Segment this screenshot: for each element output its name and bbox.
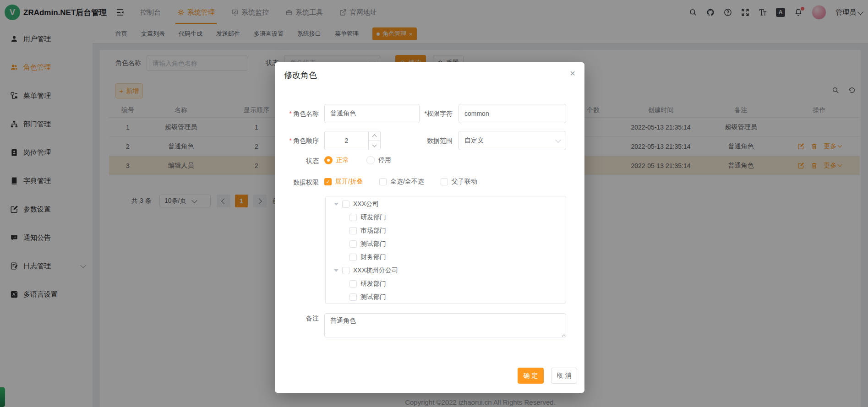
status-off-label: 停用 <box>378 156 391 164</box>
status-label: 状态 <box>279 156 319 165</box>
radio-on-icon[interactable] <box>324 156 333 164</box>
checkbox-icon[interactable] <box>349 214 357 221</box>
tree-node-label: 研发部门 <box>360 280 386 288</box>
edit-role-dialog: 修改角色 × *角色名称 *权限字符 *角色顺序 2 数据范围 自定义 状态 正… <box>275 62 584 393</box>
tree-node-dept[interactable]: 研发部门 <box>326 277 566 290</box>
tree-node-dept[interactable]: 测试部门 <box>326 237 566 250</box>
tree-node-label: 财务部门 <box>360 253 386 261</box>
caret-down-icon[interactable] <box>334 269 338 272</box>
tree-node-dept[interactable]: 市场部门 <box>326 224 566 237</box>
checkbox-icon[interactable] <box>441 178 448 185</box>
radio-off-icon[interactable] <box>366 156 375 164</box>
tree-node-label: 测试部门 <box>360 240 386 248</box>
role-name-label: *角色名称 <box>279 104 319 123</box>
dialog-title: 修改角色 <box>284 70 317 81</box>
tree-node-dept[interactable]: 研发部门 <box>326 211 566 224</box>
tree-node-dept[interactable]: 财务部门 <box>326 250 566 264</box>
data-scope-label: 数据范围 <box>417 131 453 150</box>
remark-label: 备注 <box>279 309 319 328</box>
role-name-input[interactable] <box>324 104 420 123</box>
caret-down-icon[interactable] <box>334 203 338 206</box>
checkbox-icon[interactable] <box>342 201 349 208</box>
checkbox-checked-icon[interactable]: ✓ <box>324 178 332 185</box>
expand-collapse-label: 展开/折叠 <box>335 178 363 186</box>
checkbox-icon[interactable] <box>342 267 349 274</box>
checkbox-icon[interactable] <box>349 254 357 261</box>
close-icon[interactable]: × <box>570 69 575 78</box>
role-order-label: *角色顺序 <box>279 131 319 150</box>
dept-tree: XXX公司 研发部门 市场部门 测试部门 财务部门 XXX杭州分公司 研发部门 <box>325 196 566 304</box>
perm-char-label: *权限字符 <box>417 104 453 123</box>
stepper-up-button[interactable] <box>369 131 380 141</box>
tree-node-branch-company[interactable]: XXX杭州分公司 <box>326 264 566 277</box>
data-scope-value: 自定义 <box>464 136 484 145</box>
checkbox-icon[interactable] <box>349 227 357 234</box>
status-on-label: 正常 <box>336 156 349 164</box>
tree-node-dept[interactable]: 测试部门 <box>326 290 566 304</box>
checkbox-icon[interactable] <box>349 240 357 248</box>
confirm-button[interactable]: 确定 <box>518 368 544 384</box>
tree-node-label: 研发部门 <box>360 213 386 222</box>
chevron-down-icon <box>555 137 561 143</box>
tree-node-company[interactable]: XXX公司 <box>326 197 566 211</box>
check-all-label: 全选/全不选 <box>390 178 424 186</box>
remark-textarea[interactable]: 普通角色 <box>324 313 566 337</box>
parent-child-link-label: 父子联动 <box>452 178 477 186</box>
status-radio-group: 正常 停用 <box>324 156 391 164</box>
data-scope-select[interactable]: 自定义 <box>459 131 566 150</box>
checkbox-icon[interactable] <box>349 280 357 288</box>
tree-node-label: 市场部门 <box>360 227 386 235</box>
perm-char-input[interactable] <box>459 104 566 123</box>
tree-node-label: 测试部门 <box>360 293 386 301</box>
data-perm-options: ✓ 展开/折叠 全选/全不选 父子联动 <box>324 178 477 186</box>
tree-node-label: XXX公司 <box>353 200 379 208</box>
checkbox-icon[interactable] <box>349 293 357 301</box>
role-order-value[interactable]: 2 <box>325 131 368 150</box>
cancel-button[interactable]: 取消 <box>551 368 577 384</box>
data-perm-label: 数据权限 <box>279 178 319 187</box>
chevron-up-icon <box>372 134 377 139</box>
role-order-stepper: 2 <box>324 131 381 150</box>
checkbox-icon[interactable] <box>379 178 387 185</box>
tree-node-label: XXX杭州分公司 <box>353 266 398 275</box>
stepper-down-button[interactable] <box>369 141 380 150</box>
chevron-down-icon <box>372 142 377 147</box>
